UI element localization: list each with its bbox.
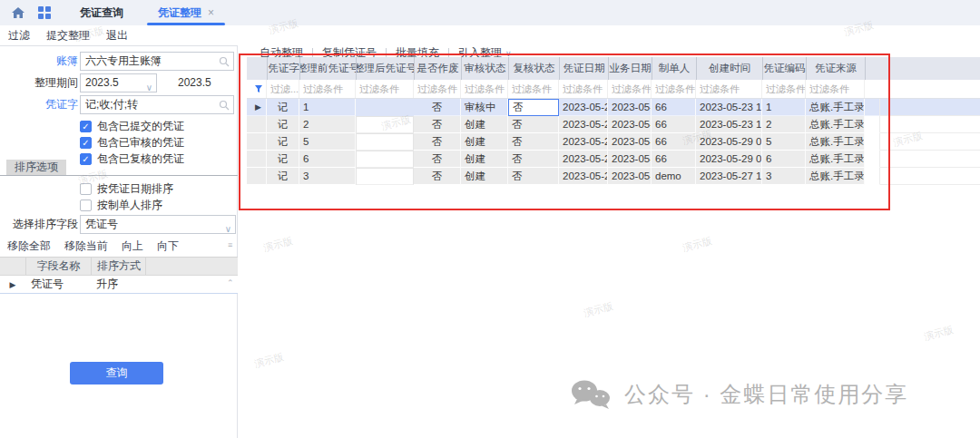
column-header-凭证来源[interactable]: 凭证来源 (806, 57, 865, 80)
filter-cell[interactable]: 过滤条件 (356, 80, 414, 98)
cell-复核状态[interactable]: 否 (508, 168, 559, 185)
cell-审核状态[interactable]: 创建 (461, 168, 508, 185)
cell-整理后凭证号[interactable] (356, 168, 414, 185)
cell-凭证来源[interactable]: 总账.手工录入 (806, 168, 865, 185)
cell-制单人[interactable]: demo (652, 168, 696, 185)
column-header-凭证编码[interactable]: 凭证编码 (762, 57, 806, 80)
tab-voucher-query[interactable]: 凭证查询 (67, 0, 136, 25)
column-header-整理前凭证号[interactable]: 整理前凭证号 (299, 57, 356, 80)
column-header-审核状态[interactable]: 审核状态 (461, 57, 508, 80)
cell-凭证编码[interactable]: 1 (762, 99, 806, 116)
cell-创建时间[interactable]: 2023-05-29 09:5 (696, 151, 762, 168)
period-select[interactable]: 2023.5 ∨ (80, 73, 157, 92)
cell-凭证编码[interactable]: 5 (762, 133, 806, 151)
cell-凭证日期[interactable]: 2023-05-23 (559, 99, 608, 116)
table-row[interactable]: 记5否创建否2023-05-292023-05-29662023-05-29 0… (247, 133, 980, 151)
include-checkbox[interactable]: ✓包含已提交的凭证 (80, 120, 184, 133)
column-header-制单人[interactable]: 制单人 (652, 57, 696, 80)
cell-整理前凭证号[interactable]: 3 (299, 168, 356, 185)
cell-复核状态[interactable]: 否 (508, 116, 559, 133)
checkbox-checked-icon[interactable]: ✓ (80, 121, 92, 132)
filter-cell[interactable]: 过滤条件 (508, 80, 559, 98)
cell-整理后凭证号[interactable] (356, 99, 414, 116)
cell-凭证编码[interactable]: 6 (762, 151, 806, 168)
sort-field-row[interactable]: ▶ 凭证号 升序 (0, 276, 238, 294)
menu-item-过滤[interactable]: 过滤 (0, 28, 38, 44)
column-header-凭证日期[interactable]: 凭证日期 (559, 57, 608, 80)
cell-制单人[interactable]: 66 (652, 133, 696, 151)
cell-凭证日期[interactable]: 2023-05-23 (559, 116, 608, 133)
filter-cell[interactable]: 过滤条件 (299, 80, 356, 98)
cell-凭证来源[interactable]: 总账.手工录入 (806, 133, 865, 151)
column-header-业务日期[interactable]: 业务日期 (608, 57, 652, 80)
include-checkbox[interactable]: ✓包含已审核的凭证 (80, 136, 184, 150)
sort-toolbar-移除全部[interactable]: 移除全部 (7, 238, 51, 254)
sort-order-cell[interactable]: 升序 (91, 276, 145, 293)
cell-整理后凭证号[interactable] (356, 133, 414, 151)
column-header-复核状态[interactable]: 复核状态 (508, 57, 559, 80)
cell-是否作废[interactable]: 否 (414, 151, 461, 168)
filter-funnel-icon[interactable] (254, 84, 263, 93)
cell-是否作废[interactable]: 否 (414, 116, 461, 133)
cell-凭证日期[interactable]: 2023-05-23 (559, 168, 608, 185)
cell-创建时间[interactable]: 2023-05-29 09:5 (696, 133, 762, 151)
checkbox-unchecked-icon[interactable] (80, 183, 92, 195)
cell-业务日期[interactable]: 2023-05-29 (608, 133, 652, 151)
apps-grid-icon[interactable] (38, 6, 51, 19)
scroll-hint-icon[interactable]: ≡ (228, 240, 232, 249)
menu-item-退出[interactable]: 退出 (98, 28, 136, 44)
column-header-创建时间[interactable]: 创建时间 (696, 57, 762, 80)
cell-创建时间[interactable]: 2023-05-27 15:2 (696, 168, 762, 185)
cell-整理前凭证号[interactable]: 6 (299, 151, 356, 168)
cell-业务日期[interactable]: 2023-05-23 (608, 116, 652, 133)
cell-审核状态[interactable]: 创建 (461, 151, 508, 168)
cell-凭证日期[interactable]: 2023-05-29 (559, 133, 608, 151)
cell-是否作废[interactable]: 否 (414, 168, 461, 185)
cell-审核状态[interactable]: 创建 (461, 133, 508, 151)
filter-cell[interactable]: 过滤条件 (414, 80, 461, 98)
cell-凭证字[interactable]: 记 (267, 116, 299, 133)
table-row[interactable]: 记2否创建否2023-05-232023-05-23662023-05-23 1… (247, 116, 980, 133)
checkbox-checked-icon[interactable]: ✓ (80, 153, 92, 165)
cell-整理后凭证号[interactable] (356, 151, 414, 168)
cell-制单人[interactable]: 66 (652, 99, 696, 116)
filter-cell[interactable]: 过滤条件 (696, 80, 762, 98)
sort-field-select[interactable]: 凭证号 ∨ (80, 215, 236, 234)
cell-凭证日期[interactable]: 2023-05-29 (559, 151, 608, 168)
sort-toolbar-移除当前[interactable]: 移除当前 (64, 238, 108, 254)
menu-item-提交整理[interactable]: 提交整理 (38, 28, 98, 44)
sort-toolbar-向下[interactable]: 向下 (157, 238, 179, 254)
tab-close-icon[interactable]: × (208, 6, 214, 19)
cell-整理后凭证号[interactable] (356, 116, 414, 133)
table-row[interactable]: ▶记1否审核中否2023-05-232023-05-23662023-05-23… (247, 99, 980, 116)
filter-cell[interactable]: 过滤条件 (806, 80, 865, 98)
cell-复核状态[interactable]: 否 (508, 133, 559, 151)
cell-凭证来源[interactable]: 总账.手工录入 (806, 151, 865, 168)
col-sort-order[interactable]: 排序方式* (91, 258, 145, 275)
cell-业务日期[interactable]: 2023-05-29 (608, 151, 652, 168)
cell-制单人[interactable]: 66 (652, 116, 696, 133)
checkbox-checked-icon[interactable]: ✓ (80, 137, 92, 149)
tab-voucher-organize[interactable]: 凭证整理 × (145, 0, 227, 25)
cell-凭证来源[interactable]: 总账.手工录入 (806, 99, 865, 116)
cell-凭证来源[interactable]: 总账.手工录入 (806, 116, 865, 133)
cell-审核状态[interactable]: 创建 (461, 116, 508, 133)
table-row[interactable]: 记6否创建否2023-05-292023-05-29662023-05-29 0… (247, 151, 980, 168)
home-icon[interactable] (11, 5, 25, 20)
filter-cell[interactable]: 过滤条件 (461, 80, 508, 98)
sort-checkbox[interactable]: 按制单人排序 (80, 199, 162, 212)
cell-业务日期[interactable]: 2023-05-23 (608, 168, 652, 185)
query-button[interactable]: 查询 (70, 362, 163, 384)
cell-整理前凭证号[interactable]: 5 (299, 133, 356, 151)
sort-toolbar-向上[interactable]: 向上 (122, 238, 143, 254)
cell-创建时间[interactable]: 2023-05-23 15:5 (696, 116, 762, 133)
cell-是否作废[interactable]: 否 (414, 133, 461, 151)
column-header-整理后凭证号[interactable]: 整理后凭证号 (356, 57, 414, 80)
search-icon[interactable] (219, 100, 230, 111)
voucher-word-input[interactable]: 记;收;付;转 (80, 95, 234, 114)
cell-凭证编码[interactable]: 3 (762, 168, 806, 185)
cell-凭证字[interactable]: 记 (267, 133, 299, 151)
column-header-是否作废[interactable]: 是否作废 (414, 57, 461, 80)
search-icon[interactable] (219, 56, 230, 67)
cell-整理前凭证号[interactable]: 2 (299, 116, 356, 133)
